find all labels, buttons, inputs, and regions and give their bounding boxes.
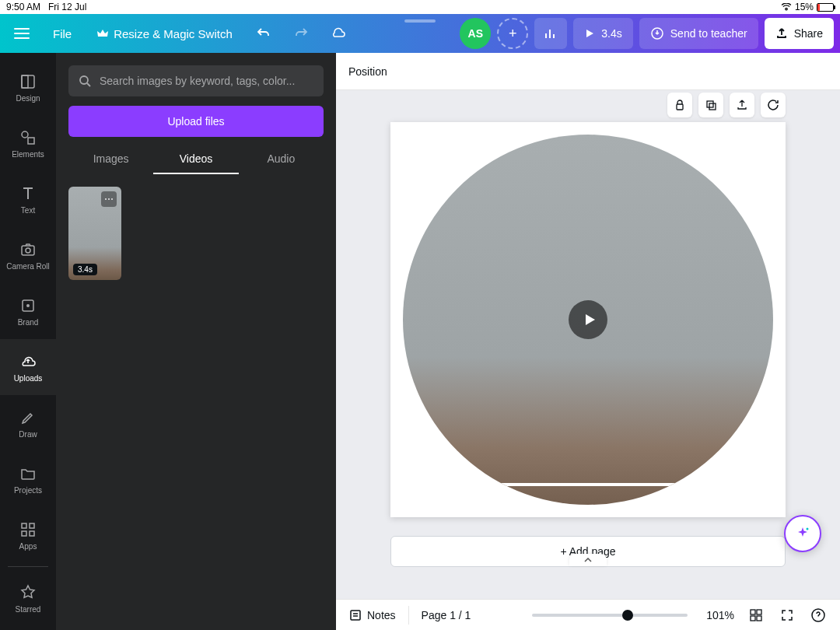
svg-rect-18 [351,611,360,620]
divider [408,606,409,625]
video-element[interactable] [403,135,773,505]
battery-icon [817,3,834,12]
video-thumbnail[interactable]: ⋯ 3.4s [68,187,121,280]
tab-videos[interactable]: Videos [153,143,238,174]
svg-rect-2 [22,75,28,88]
sidebar-label: Starred [16,605,41,614]
svg-rect-21 [751,616,755,621]
canvas-viewport[interactable]: + Add page [336,90,840,599]
zoom-slider[interactable] [532,614,688,617]
play-button[interactable] [569,300,607,339]
sidebar-label: Design [16,94,40,103]
grid-view-button[interactable] [747,606,765,625]
svg-rect-19 [751,610,755,614]
sidebar-item-uploads[interactable]: Uploads [0,339,56,395]
svg-point-13 [80,76,88,84]
notes-button[interactable]: Notes [348,608,396,622]
send-to-teacher-button[interactable]: Send to teacher [639,18,758,49]
page-indicator: Page 1 / 1 [422,609,471,621]
magic-fab[interactable] [784,515,821,552]
svg-point-6 [26,248,30,253]
sidebar-label: Elements [12,150,44,159]
status-bar: 9:50 AM Fri 12 Jul 15% [0,0,840,14]
thumbnail-duration-badge: 3.4s [73,264,97,275]
top-drag-handle[interactable] [404,19,436,23]
sidebar-divider [8,566,48,567]
sidebar-item-draw[interactable]: Draw [0,395,56,451]
svg-rect-12 [30,531,34,536]
sidebar-label: Apps [19,542,37,551]
canvas-area: Position [336,53,840,630]
video-timeline[interactable] [422,483,754,486]
zoom-slider-thumb[interactable] [622,610,633,621]
position-button[interactable]: Position [348,65,387,78]
svg-rect-11 [22,531,26,536]
sidebar-label: Draw [19,430,37,439]
undo-button[interactable] [248,18,279,49]
upload-icon [775,27,788,40]
bottom-bar: Notes Page 1 / 1 101% [336,599,840,630]
tab-images[interactable]: Images [68,143,153,174]
canvas-page[interactable] [390,122,786,517]
search-box[interactable] [68,65,324,96]
regenerate-button[interactable] [761,93,786,117]
thumbnail-menu-button[interactable]: ⋯ [101,191,117,207]
sidebar-item-text[interactable]: Text [0,171,56,227]
menu-button[interactable] [6,18,37,49]
sidebar-label: Uploads [14,374,43,383]
svg-rect-4 [28,138,34,144]
canvas-toolbar: Position [336,53,840,90]
panel-tabs: Images Videos Audio [68,143,324,174]
search-icon [78,74,92,88]
sidebar-item-camera-roll[interactable]: Camera Roll [0,227,56,283]
svg-rect-15 [707,101,713,107]
redo-button[interactable] [285,18,317,49]
status-time: 9:50 AM [6,2,40,12]
upload-files-button[interactable]: Upload files [68,106,324,137]
play-icon [582,312,597,327]
crown-icon [96,27,109,40]
tab-audio[interactable]: Audio [239,143,324,174]
lock-button[interactable] [667,93,692,117]
duplicate-button[interactable] [698,93,723,117]
sidebar-item-elements[interactable]: Elements [0,115,56,171]
svg-rect-14 [677,104,683,110]
cloud-sync-icon[interactable] [323,18,354,49]
sidebar-item-apps[interactable]: Apps [0,507,56,563]
avatar[interactable]: AS [460,18,491,49]
svg-rect-16 [709,103,716,110]
help-button[interactable] [809,606,828,625]
notes-icon [348,608,362,622]
duration-button[interactable]: 3.4s [573,18,632,49]
insights-button[interactable] [534,18,567,49]
fullscreen-button[interactable] [778,606,796,625]
svg-point-17 [807,528,809,530]
svg-point-8 [26,304,30,307]
status-date: Fri 12 Jul [48,2,86,12]
sidebar: Design Elements Text Camera Roll Brand U… [0,53,56,630]
search-input[interactable] [100,75,314,87]
export-page-button[interactable] [730,93,754,117]
status-battery-pct: 15% [795,2,814,12]
share-button[interactable]: Share [765,18,834,49]
file-menu[interactable]: File [44,21,81,47]
sidebar-item-projects[interactable]: Projects [0,451,56,507]
pages-drawer-handle[interactable] [569,554,607,566]
uploads-panel: Upload files Images Videos Audio ⋯ 3.4s [56,53,336,630]
sidebar-label: Brand [18,318,39,327]
svg-rect-22 [757,616,761,621]
svg-rect-10 [30,523,34,528]
resize-button[interactable]: Resize & Magic Switch [87,21,242,47]
wifi-icon [781,3,792,11]
svg-rect-5 [22,246,34,255]
sidebar-item-starred[interactable]: Starred [0,570,56,626]
timeline-scrubber[interactable] [744,478,756,491]
zoom-percentage[interactable]: 101% [700,609,734,621]
add-collaborator-button[interactable]: + [497,18,528,49]
sidebar-item-design[interactable]: Design [0,59,56,115]
chevron-up-icon [584,558,592,562]
top-bar: File Resize & Magic Switch AS + 3.4s Sen… [0,14,840,53]
sparkle-icon [794,525,811,542]
sidebar-item-brand[interactable]: Brand [0,283,56,339]
svg-point-3 [22,131,28,138]
